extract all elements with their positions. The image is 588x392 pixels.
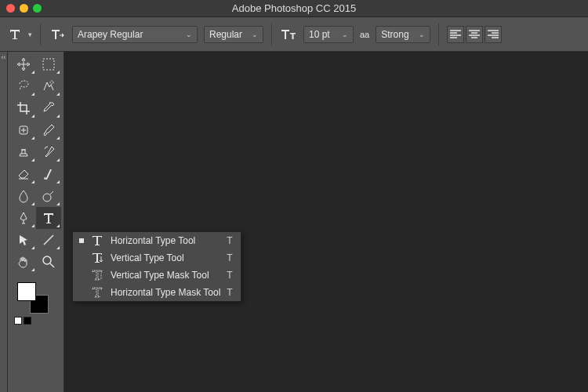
type-tool-flyout: Horizontal Type Tool T Vertical Type Too… bbox=[72, 231, 241, 302]
toolbox-collapse[interactable]: ‹‹ bbox=[0, 52, 8, 392]
lasso-tool[interactable] bbox=[11, 75, 36, 97]
font-size-dropdown[interactable]: 10 pt ⌄ bbox=[303, 26, 354, 43]
foreground-color[interactable] bbox=[17, 282, 36, 301]
flyout-vertical-type-mask[interactable]: Vertical Type Mask Tool T bbox=[73, 267, 241, 284]
pen-tool[interactable] bbox=[11, 207, 36, 229]
flyout-vertical-type[interactable]: Vertical Type Tool T bbox=[73, 249, 241, 267]
type-tool[interactable] bbox=[36, 207, 61, 229]
eyedropper-tool[interactable] bbox=[36, 97, 61, 119]
vertical-type-icon bbox=[90, 252, 104, 263]
default-colors-icon[interactable] bbox=[14, 317, 22, 325]
font-family-value: Arapey Regular bbox=[78, 29, 143, 40]
titlebar: Adobe Photoshop CC 2015 bbox=[0, 0, 588, 17]
font-style-value: Regular bbox=[209, 29, 242, 40]
maximize-icon[interactable] bbox=[33, 4, 42, 13]
zoom-tool[interactable] bbox=[36, 251, 61, 273]
font-size-icon bbox=[280, 26, 297, 43]
history-brush-tool[interactable] bbox=[36, 141, 61, 163]
selected-indicator bbox=[79, 273, 84, 278]
selected-indicator bbox=[79, 290, 84, 295]
eraser-tool[interactable] bbox=[11, 163, 36, 185]
chevron-down-icon: ⌄ bbox=[252, 31, 258, 38]
text-orientation-icon[interactable] bbox=[49, 26, 66, 43]
canvas-area bbox=[64, 52, 588, 392]
antialias-label: aa bbox=[360, 30, 369, 39]
close-icon[interactable] bbox=[6, 4, 15, 13]
brush-tool[interactable] bbox=[36, 119, 61, 141]
horizontal-type-mask-icon bbox=[90, 287, 104, 298]
chevron-down-icon: ⌄ bbox=[342, 31, 348, 38]
svg-point-4 bbox=[43, 256, 51, 264]
options-bar: ▾ Arapey Regular ⌄ Regular ⌄ 10 pt ⌄ aa … bbox=[0, 17, 588, 52]
flyout-horizontal-type-mask[interactable]: Horizontal Type Mask Tool T bbox=[73, 284, 241, 301]
toolbox bbox=[8, 52, 64, 392]
selected-indicator bbox=[79, 256, 84, 260]
window-controls bbox=[6, 4, 42, 13]
type-tool-preset-icon[interactable] bbox=[6, 26, 24, 43]
flyout-horizontal-type[interactable]: Horizontal Type Tool T bbox=[73, 232, 241, 249]
quick-selection-tool[interactable] bbox=[36, 75, 61, 97]
move-tool[interactable] bbox=[11, 53, 36, 75]
swap-colors-icon[interactable] bbox=[24, 317, 31, 325]
selected-indicator bbox=[79, 238, 84, 243]
chevron-down-icon: ⌄ bbox=[419, 31, 425, 38]
path-selection-tool[interactable] bbox=[11, 229, 36, 251]
marquee-tool[interactable] bbox=[36, 53, 61, 75]
font-family-dropdown[interactable]: Arapey Regular ⌄ bbox=[72, 26, 198, 43]
horizontal-type-icon bbox=[90, 235, 104, 246]
text-align-group bbox=[447, 26, 502, 43]
blur-tool[interactable] bbox=[11, 185, 36, 207]
chevron-down-icon: ⌄ bbox=[186, 31, 192, 38]
app-title: Adobe Photoshop CC 2015 bbox=[232, 2, 356, 14]
gradient-tool[interactable] bbox=[36, 163, 61, 185]
shape-tool[interactable] bbox=[36, 229, 61, 251]
dodge-tool[interactable] bbox=[36, 185, 61, 207]
antialias-value: Strong bbox=[381, 29, 408, 40]
svg-rect-0 bbox=[43, 59, 54, 70]
svg-point-3 bbox=[43, 194, 51, 201]
font-size-value: 10 pt bbox=[309, 29, 330, 40]
antialias-dropdown[interactable]: Strong ⌄ bbox=[376, 26, 430, 43]
clone-stamp-tool[interactable] bbox=[11, 141, 36, 163]
healing-brush-tool[interactable] bbox=[11, 119, 36, 141]
hand-tool[interactable] bbox=[11, 251, 36, 273]
chevron-down-icon[interactable]: ▾ bbox=[28, 31, 32, 38]
align-left-button[interactable] bbox=[447, 26, 464, 43]
svg-point-1 bbox=[50, 81, 53, 84]
font-style-dropdown[interactable]: Regular ⌄ bbox=[204, 26, 263, 43]
align-center-button[interactable] bbox=[466, 26, 483, 43]
crop-tool[interactable] bbox=[11, 97, 36, 119]
align-right-button[interactable] bbox=[485, 26, 502, 43]
vertical-type-mask-icon bbox=[90, 270, 104, 281]
color-swatches[interactable] bbox=[11, 279, 60, 328]
minimize-icon[interactable] bbox=[20, 4, 28, 13]
